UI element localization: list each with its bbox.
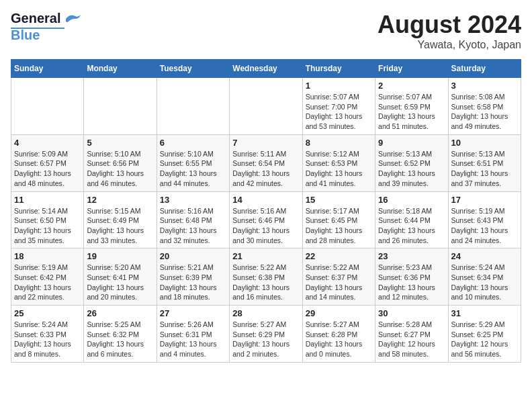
logo-blue-text: Blue: [11, 28, 40, 43]
day-info: Sunrise: 5:19 AM Sunset: 6:43 PM Dayligh…: [451, 206, 518, 246]
day-info: Sunrise: 5:29 AM Sunset: 6:25 PM Dayligh…: [451, 320, 518, 359]
weekday-header-sunday: Sunday: [11, 60, 84, 78]
calendar-cell: [84, 78, 157, 135]
calendar-week-1: 1Sunrise: 5:07 AM Sunset: 7:00 PM Daylig…: [11, 78, 521, 135]
calendar-cell: 10Sunrise: 5:13 AM Sunset: 6:51 PM Dayli…: [448, 134, 521, 191]
calendar-cell: 2Sunrise: 5:07 AM Sunset: 6:59 PM Daylig…: [375, 78, 448, 135]
day-number: 24: [451, 251, 518, 261]
day-info: Sunrise: 5:24 AM Sunset: 6:34 PM Dayligh…: [451, 263, 518, 302]
calendar-cell: 15Sunrise: 5:17 AM Sunset: 6:45 PM Dayli…: [302, 191, 375, 248]
calendar-cell: [230, 78, 302, 135]
day-number: 17: [451, 195, 518, 205]
day-number: 28: [232, 308, 299, 318]
day-number: 2: [378, 81, 445, 91]
logo-bird-icon: [63, 12, 82, 26]
calendar-cell: 21Sunrise: 5:22 AM Sunset: 6:38 PM Dayli…: [230, 248, 302, 306]
weekday-header-tuesday: Tuesday: [157, 60, 229, 78]
day-info: Sunrise: 5:12 AM Sunset: 6:53 PM Dayligh…: [306, 149, 372, 189]
calendar-cell: 6Sunrise: 5:10 AM Sunset: 6:55 PM Daylig…: [157, 134, 229, 191]
day-info: Sunrise: 5:16 AM Sunset: 6:48 PM Dayligh…: [160, 206, 226, 246]
day-info: Sunrise: 5:14 AM Sunset: 6:50 PM Dayligh…: [14, 206, 81, 246]
calendar-cell: 23Sunrise: 5:23 AM Sunset: 6:36 PM Dayli…: [375, 248, 448, 306]
calendar-cell: 12Sunrise: 5:15 AM Sunset: 6:49 PM Dayli…: [84, 191, 157, 248]
calendar-cell: 11Sunrise: 5:14 AM Sunset: 6:50 PM Dayli…: [11, 191, 84, 248]
day-number: 11: [14, 195, 81, 205]
weekday-header-saturday: Saturday: [448, 60, 521, 78]
title-block: August 2024 Yawata, Kyoto, Japan: [378, 11, 521, 51]
day-number: 13: [160, 195, 226, 205]
day-info: Sunrise: 5:15 AM Sunset: 6:49 PM Dayligh…: [87, 206, 153, 246]
day-info: Sunrise: 5:26 AM Sunset: 6:31 PM Dayligh…: [160, 320, 226, 359]
day-info: Sunrise: 5:10 AM Sunset: 6:56 PM Dayligh…: [87, 149, 153, 189]
day-info: Sunrise: 5:27 AM Sunset: 6:28 PM Dayligh…: [306, 320, 372, 359]
day-number: 16: [378, 195, 445, 205]
day-info: Sunrise: 5:27 AM Sunset: 6:29 PM Dayligh…: [232, 320, 299, 359]
weekday-header-row: SundayMondayTuesdayWednesdayThursdayFrid…: [11, 60, 521, 78]
calendar-cell: 28Sunrise: 5:27 AM Sunset: 6:29 PM Dayli…: [230, 306, 302, 363]
calendar-cell: 26Sunrise: 5:25 AM Sunset: 6:32 PM Dayli…: [84, 306, 157, 363]
calendar-subtitle: Yawata, Kyoto, Japan: [378, 39, 521, 51]
calendar-header: SundayMondayTuesdayWednesdayThursdayFrid…: [11, 60, 521, 78]
day-info: Sunrise: 5:10 AM Sunset: 6:55 PM Dayligh…: [160, 149, 226, 189]
day-number: 10: [451, 138, 518, 148]
day-info: Sunrise: 5:24 AM Sunset: 6:33 PM Dayligh…: [14, 320, 81, 359]
calendar-cell: [11, 78, 84, 135]
day-number: 29: [306, 308, 372, 318]
calendar-cell: 25Sunrise: 5:24 AM Sunset: 6:33 PM Dayli…: [11, 306, 84, 363]
calendar-cell: 20Sunrise: 5:21 AM Sunset: 6:39 PM Dayli…: [157, 248, 229, 306]
day-number: 14: [232, 195, 299, 205]
day-info: Sunrise: 5:18 AM Sunset: 6:44 PM Dayligh…: [378, 206, 445, 246]
day-info: Sunrise: 5:08 AM Sunset: 6:58 PM Dayligh…: [451, 92, 518, 132]
calendar-cell: [157, 78, 229, 135]
calendar-cell: 3Sunrise: 5:08 AM Sunset: 6:58 PM Daylig…: [448, 78, 521, 135]
day-number: 4: [14, 138, 81, 148]
calendar-title: August 2024: [378, 11, 521, 39]
day-info: Sunrise: 5:07 AM Sunset: 7:00 PM Dayligh…: [306, 92, 372, 132]
calendar-cell: 16Sunrise: 5:18 AM Sunset: 6:44 PM Dayli…: [375, 191, 448, 248]
weekday-header-wednesday: Wednesday: [230, 60, 302, 78]
calendar-cell: 27Sunrise: 5:26 AM Sunset: 6:31 PM Dayli…: [157, 306, 229, 363]
day-number: 31: [451, 308, 518, 318]
calendar-cell: 29Sunrise: 5:27 AM Sunset: 6:28 PM Dayli…: [302, 306, 375, 363]
day-number: 26: [87, 308, 153, 318]
calendar-cell: 22Sunrise: 5:22 AM Sunset: 6:37 PM Dayli…: [302, 248, 375, 306]
day-number: 23: [378, 251, 445, 261]
day-number: 7: [232, 138, 299, 148]
logo-text: General: [11, 11, 60, 26]
calendar-cell: 8Sunrise: 5:12 AM Sunset: 6:53 PM Daylig…: [302, 134, 375, 191]
day-info: Sunrise: 5:22 AM Sunset: 6:38 PM Dayligh…: [232, 263, 299, 302]
day-number: 3: [451, 81, 518, 91]
day-info: Sunrise: 5:19 AM Sunset: 6:42 PM Dayligh…: [14, 263, 81, 302]
day-number: 6: [160, 138, 226, 148]
calendar-cell: 31Sunrise: 5:29 AM Sunset: 6:25 PM Dayli…: [448, 306, 521, 363]
calendar-cell: 17Sunrise: 5:19 AM Sunset: 6:43 PM Dayli…: [448, 191, 521, 248]
day-number: 25: [14, 308, 81, 318]
day-number: 12: [87, 195, 153, 205]
day-info: Sunrise: 5:25 AM Sunset: 6:32 PM Dayligh…: [87, 320, 153, 359]
day-number: 30: [378, 308, 445, 318]
calendar-week-2: 4Sunrise: 5:09 AM Sunset: 6:57 PM Daylig…: [11, 134, 521, 191]
calendar-cell: 18Sunrise: 5:19 AM Sunset: 6:42 PM Dayli…: [11, 248, 84, 306]
calendar-cell: 9Sunrise: 5:13 AM Sunset: 6:52 PM Daylig…: [375, 134, 448, 191]
day-info: Sunrise: 5:07 AM Sunset: 6:59 PM Dayligh…: [378, 92, 445, 132]
calendar-cell: 1Sunrise: 5:07 AM Sunset: 7:00 PM Daylig…: [302, 78, 375, 135]
calendar-cell: 7Sunrise: 5:11 AM Sunset: 6:54 PM Daylig…: [230, 134, 302, 191]
calendar-cell: 5Sunrise: 5:10 AM Sunset: 6:56 PM Daylig…: [84, 134, 157, 191]
day-number: 20: [160, 251, 226, 261]
calendar-cell: 4Sunrise: 5:09 AM Sunset: 6:57 PM Daylig…: [11, 134, 84, 191]
calendar-week-3: 11Sunrise: 5:14 AM Sunset: 6:50 PM Dayli…: [11, 191, 521, 248]
day-number: 21: [232, 251, 299, 261]
weekday-header-monday: Monday: [84, 60, 157, 78]
weekday-header-thursday: Thursday: [302, 60, 375, 78]
day-info: Sunrise: 5:22 AM Sunset: 6:37 PM Dayligh…: [306, 263, 372, 302]
calendar-cell: 13Sunrise: 5:16 AM Sunset: 6:48 PM Dayli…: [157, 191, 229, 248]
day-info: Sunrise: 5:21 AM Sunset: 6:39 PM Dayligh…: [160, 263, 226, 302]
day-info: Sunrise: 5:13 AM Sunset: 6:52 PM Dayligh…: [378, 149, 445, 189]
day-number: 27: [160, 308, 226, 318]
logo: General Blue: [11, 11, 82, 43]
day-info: Sunrise: 5:20 AM Sunset: 6:41 PM Dayligh…: [87, 263, 153, 302]
day-info: Sunrise: 5:16 AM Sunset: 6:46 PM Dayligh…: [232, 206, 299, 246]
day-info: Sunrise: 5:28 AM Sunset: 6:27 PM Dayligh…: [378, 320, 445, 359]
calendar-body: 1Sunrise: 5:07 AM Sunset: 7:00 PM Daylig…: [11, 78, 521, 363]
day-info: Sunrise: 5:09 AM Sunset: 6:57 PM Dayligh…: [14, 149, 81, 189]
